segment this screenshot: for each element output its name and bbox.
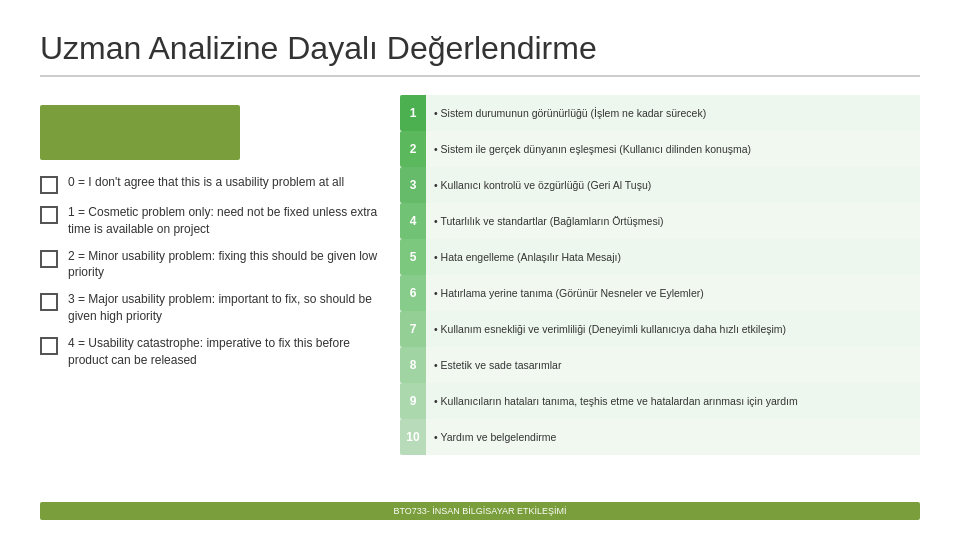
heuristic-row-10: 10 • Yardım ve belgelendirme: [400, 419, 920, 455]
rating-item-r0: 0 = I don't agree that this is a usabili…: [40, 174, 380, 194]
heuristic-num-10: 10: [400, 419, 426, 455]
heuristic-row-8: 8 • Estetik ve sade tasarımlar: [400, 347, 920, 383]
checkbox-r2[interactable]: [40, 250, 58, 268]
heuristic-row-4: 4 • Tutarlılık ve standartlar (Bağlamlar…: [400, 203, 920, 239]
heuristic-num-8: 8: [400, 347, 426, 383]
heuristic-num-9: 9: [400, 383, 426, 419]
heuristic-text-10: • Yardım ve belgelendirme: [426, 425, 920, 449]
heuristic-row-1: 1 • Sistem durumunun görünürlüğü (İşlem …: [400, 95, 920, 131]
heuristic-row-3: 3 • Kullanıcı kontrolü ve özgürlüğü (Ger…: [400, 167, 920, 203]
heuristic-text-3: • Kullanıcı kontrolü ve özgürlüğü (Geri …: [426, 173, 920, 197]
heuristic-num-4: 4: [400, 203, 426, 239]
checkbox-r0[interactable]: [40, 176, 58, 194]
heuristic-text-7: • Kullanım esnekliği ve verimliliği (Den…: [426, 317, 920, 341]
content-area: 0 = I don't agree that this is a usabili…: [40, 95, 920, 496]
ratings-list: 0 = I don't agree that this is a usabili…: [40, 174, 380, 378]
heuristic-num-6: 6: [400, 275, 426, 311]
heuristic-row-6: 6 • Hatırlama yerine tanıma (Görünür Nes…: [400, 275, 920, 311]
color-block: [40, 105, 240, 160]
footer-text: BTO733- İNSAN BİLGİSAYAR ETKİLEŞİMİ: [40, 502, 920, 520]
heuristic-text-9: • Kullanıcıların hataları tanıma, teşhis…: [426, 389, 920, 413]
rating-label-r3: 3 = Major usability problem: important t…: [68, 291, 380, 325]
heuristic-row-7: 7 • Kullanım esnekliği ve verimliliği (D…: [400, 311, 920, 347]
heuristic-text-5: • Hata engelleme (Anlaşılır Hata Mesajı): [426, 245, 920, 269]
rating-label-r2: 2 = Minor usability problem: fixing this…: [68, 248, 380, 282]
rating-item-r2: 2 = Minor usability problem: fixing this…: [40, 248, 380, 282]
rating-label-r4: 4 = Usability catastrophe: imperative to…: [68, 335, 380, 369]
rating-item-r3: 3 = Major usability problem: important t…: [40, 291, 380, 325]
heuristic-row-5: 5 • Hata engelleme (Anlaşılır Hata Mesaj…: [400, 239, 920, 275]
heuristic-text-4: • Tutarlılık ve standartlar (Bağlamların…: [426, 209, 920, 233]
heuristic-text-2: • Sistem ile gerçek dünyanın eşleşmesi (…: [426, 137, 920, 161]
heuristic-num-7: 7: [400, 311, 426, 347]
heuristics-list: 1 • Sistem durumunun görünürlüğü (İşlem …: [400, 95, 920, 455]
heuristic-num-3: 3: [400, 167, 426, 203]
heuristic-row-9: 9 • Kullanıcıların hataları tanıma, teşh…: [400, 383, 920, 419]
right-column: 1 • Sistem durumunun görünürlüğü (İşlem …: [400, 95, 920, 496]
left-column: 0 = I don't agree that this is a usabili…: [40, 95, 380, 496]
checkbox-r1[interactable]: [40, 206, 58, 224]
heuristic-num-5: 5: [400, 239, 426, 275]
heuristic-text-8: • Estetik ve sade tasarımlar: [426, 353, 920, 377]
rating-item-r1: 1 = Cosmetic problem only: need not be f…: [40, 204, 380, 238]
rating-label-r0: 0 = I don't agree that this is a usabili…: [68, 174, 344, 191]
heuristic-text-6: • Hatırlama yerine tanıma (Görünür Nesne…: [426, 281, 920, 305]
checkbox-r3[interactable]: [40, 293, 58, 311]
checkbox-r4[interactable]: [40, 337, 58, 355]
heuristic-num-2: 2: [400, 131, 426, 167]
rating-label-r1: 1 = Cosmetic problem only: need not be f…: [68, 204, 380, 238]
heuristic-num-1: 1: [400, 95, 426, 131]
heuristic-text-1: • Sistem durumunun görünürlüğü (İşlem ne…: [426, 101, 920, 125]
rating-item-r4: 4 = Usability catastrophe: imperative to…: [40, 335, 380, 369]
heuristic-row-2: 2 • Sistem ile gerçek dünyanın eşleşmesi…: [400, 131, 920, 167]
page-title: Uzman Analizine Dayalı Değerlendirme: [40, 30, 920, 77]
slide: Uzman Analizine Dayalı Değerlendirme 0 =…: [0, 0, 960, 540]
